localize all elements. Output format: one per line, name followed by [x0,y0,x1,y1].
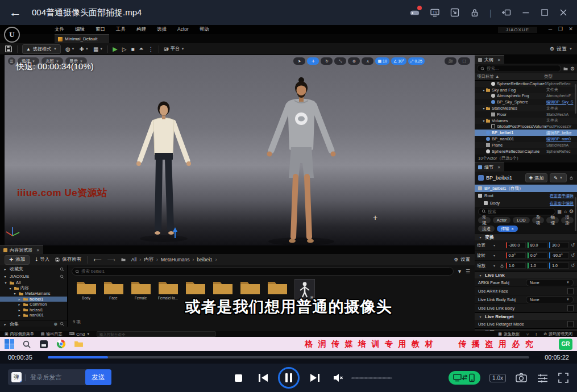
filter-chip[interactable]: 流送 [478,226,495,232]
source-control-button[interactable]: ⊘ 源码管理关闭 [543,331,572,337]
tv-cast-icon[interactable]: TV [430,7,440,18]
component-row[interactable]: Body 在蓝图中编辑 [475,199,577,207]
y-value-field[interactable]: 80.0 [528,242,547,248]
ue-menu-2[interactable]: 窗口 [96,26,105,33]
revision-control-icon[interactable]: ⑂ [526,332,529,336]
fullscreen-button[interactable] [558,372,569,383]
settings-button[interactable] [537,373,549,383]
details-scrollbar[interactable] [575,197,576,231]
next-button[interactable] [309,364,320,392]
camera-speed-icon[interactable]: 🎥 [445,57,456,65]
cb-forward-button[interactable]: ⟶ [107,257,115,263]
mute-button[interactable] [333,364,344,392]
ue-menu-3[interactable]: 工具 [116,26,126,33]
edit-in-blueprint-link[interactable]: 在蓝图中编辑 [550,193,574,199]
tab-level[interactable]: Minimal_Default [55,34,109,43]
favorites-row[interactable]: ▸收藏夹 [0,265,67,273]
cb-search-input[interactable] [81,269,450,274]
taskbar-search-icon[interactable] [22,340,31,349]
close-tab-icon[interactable]: ✕ [36,248,40,253]
outliner-row[interactable]: ▾ Sky and Fog 文件夹 [475,87,577,93]
cb-back-button[interactable]: ⟵ [93,257,101,263]
move-tool-icon[interactable]: ✛ [307,57,319,65]
x-value-field[interactable]: 0.0° [506,252,526,258]
outliner-row[interactable]: Floor StaticMeshA [475,111,577,118]
tab-outliner[interactable]: 大纲 ✕ [475,55,504,64]
ue-menu-6[interactable]: Actor [177,26,189,33]
details-settings-icon[interactable]: ⚙ [569,208,574,214]
section-transform[interactable]: ▾变换 [475,233,577,240]
ue-settings-dropdown[interactable]: ⚙设置▼ [550,45,572,53]
cinematics-dropdown[interactable]: ▦▼ [93,46,103,52]
select-tool-icon[interactable]: ➤ [293,57,305,65]
seek-bar[interactable] [48,356,529,358]
lock-icon[interactable] [470,7,480,18]
game-center-icon[interactable] [409,7,420,18]
close-button[interactable] [559,8,568,17]
previous-button[interactable] [258,364,269,392]
add-actor-dropdown[interactable]: ◍▼ [65,46,75,52]
cb-settings-button[interactable]: ⚙ 设置 [454,256,470,263]
chrome-icon[interactable] [56,339,66,349]
play-button[interactable]: ▶ [113,45,117,53]
video-frame[interactable]: U 文件编辑窗口工具构建选择Actor帮助 JIAOXUE ─ ❐ ✕ Mini… [0,25,577,351]
col-type[interactable]: 类型 [544,74,575,80]
breadcrumb-segment[interactable]: All [131,257,136,262]
filter-chip[interactable]: 传输 ✕ [497,226,518,232]
display-mode-icon[interactable]: ▦ [558,209,562,214]
z-value-field[interactable]: 30.0 [549,242,569,248]
volume-slider[interactable] [351,364,392,392]
outliner-scrollbar[interactable] [575,84,576,114]
save-icon[interactable] [5,45,13,53]
y-value-field[interactable]: 1.0 [528,262,547,269]
send-danmaku-button[interactable]: 发送 [85,369,111,385]
screenshot-button[interactable] [515,372,528,383]
filter-chip[interactable]: 杂项 [532,217,545,223]
outliner-row[interactable]: ▾ StaticMeshes 文件夹 [475,105,577,111]
viewport-menu-icon[interactable]: ≡ [8,57,15,65]
ue-close-button[interactable]: ✕ [567,26,575,32]
derived-data-button[interactable]: ▦ 派生数据 [498,331,520,337]
content-drawer-button[interactable]: ▣ 内容侧滑菜单 [5,331,34,337]
outliner-row[interactable]: Atmospheric Fog AtmosphericF [475,93,577,99]
gr-logo[interactable]: GR [559,339,572,350]
section-livelink[interactable]: ▾Live Link [475,271,577,278]
blueprints-dropdown[interactable]: ✚▼ [80,46,89,52]
ue-menu-7[interactable]: 帮助 [200,26,209,33]
details-search[interactable] [478,208,555,215]
playback-speed-button[interactable]: 1.0x [489,374,506,382]
cb-search[interactable] [72,267,454,276]
ue-menu-0[interactable]: 文件 [55,26,64,33]
x-value-field[interactable]: 1.0 [506,262,526,269]
mini-window-icon[interactable] [450,7,460,18]
z-value-field[interactable]: 1.0 [549,262,569,269]
outliner-search[interactable] [477,65,561,72]
maximize-button[interactable] [540,8,549,17]
breadcrumb-segment[interactable]: beibei1 [197,257,212,262]
select-mode-dropdown[interactable]: ▲ 选择模式 ▼ [22,44,61,54]
play-frame-button[interactable]: ▷ [122,46,127,52]
details-lock-icon[interactable] [569,176,574,180]
outliner-search-input[interactable] [487,66,558,71]
cb-save-all-button[interactable]: 保存所有 [55,256,81,263]
favorites-icon[interactable]: ⌂ [564,209,567,214]
rotation-snap-toggle[interactable]: ∠ 10° [391,57,406,65]
collections-row[interactable]: ▸合集 ⊕ [0,320,67,328]
pause-button[interactable] [277,364,300,392]
cmd-dropdown[interactable]: ⌨ Cmd ▼ [69,332,90,336]
cb-filter-icon[interactable]: ▼ [457,269,462,274]
platforms-dropdown[interactable]: 🖳平台▼ [164,45,185,52]
cb-import-button[interactable]: ⭣ 导入 [35,256,49,263]
back-button[interactable]: ← [9,6,22,19]
ue-menu-1[interactable]: 编辑 [75,26,85,33]
stop-button[interactable] [234,364,243,392]
outliner-row[interactable]: BP_beibei1 编辑BP_beibe [475,130,577,136]
screen-mirror-button[interactable] [449,371,480,385]
cb-add-button[interactable]: ✚ 添加 [5,255,30,265]
z-value-field[interactable]: -90.0° [549,252,569,258]
world-space-icon[interactable]: ⊕ [348,57,360,65]
cb-view-options-icon[interactable]: ☰ [466,269,470,274]
scale-lock-icon[interactable] [500,264,504,268]
ue-minimize-button[interactable]: ─ [546,26,554,32]
y-value-field[interactable]: 0.0° [528,252,547,258]
